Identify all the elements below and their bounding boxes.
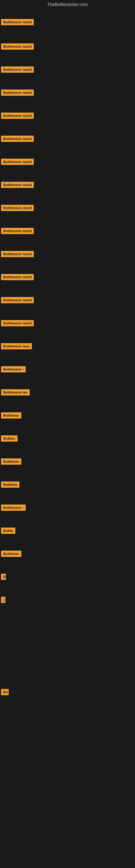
bottleneck-item: Bo: [0, 687, 135, 698]
bottleneck-item: Bottlene: [0, 480, 135, 490]
bottleneck-item: Bottleneck result: [0, 18, 135, 28]
bottleneck-item: Bottlenec: [0, 411, 135, 421]
bottleneck-badge[interactable]: Bottle: [1, 528, 15, 534]
bottleneck-item: Bottleneck result: [0, 318, 135, 329]
bottleneck-badge[interactable]: Bottleneck result: [1, 66, 34, 73]
bottleneck-item: Bottleneck result: [0, 249, 135, 260]
bottleneck-badge[interactable]: Bottleneck result: [1, 43, 34, 50]
bottleneck-badge[interactable]: Bo: [1, 689, 9, 695]
site-title-bar: TheBottlenecker.com: [0, 0, 135, 9]
bottleneck-item: Bottleneck result: [0, 88, 135, 98]
bottleneck-item: Bottleneck r: [0, 503, 135, 514]
bottleneck-badge[interactable]: Bottleneck result: [1, 274, 34, 280]
bottleneck-badge[interactable]: B: [1, 574, 6, 580]
bottleneck-item: Bottlenec: [0, 549, 135, 560]
bottleneck-item: Bottleneck result: [0, 157, 135, 167]
bottleneck-badge[interactable]: Bottleneck r: [1, 366, 26, 372]
bottleneck-badge[interactable]: Bottlenec: [1, 551, 21, 557]
bottleneck-item: Bottle: [0, 526, 135, 536]
bottleneck-item: Bottleneck result: [0, 272, 135, 283]
bottleneck-badge[interactable]: Bottleneck result: [1, 159, 34, 165]
bottleneck-badge[interactable]: Bottleneck res: [1, 389, 30, 396]
bottleneck-item: Bottleneck res: [0, 388, 135, 398]
bottleneck-badge[interactable]: Bottleneck result: [1, 205, 34, 211]
bottleneck-item: Bottleneck resu: [0, 341, 135, 352]
bottleneck-item: Bottleneck result: [0, 65, 135, 75]
bottleneck-badge[interactable]: Bottleneck r: [1, 504, 26, 511]
bottleneck-badge[interactable]: Bottleneck result: [1, 19, 34, 25]
bottleneck-item: Bottleneck result: [0, 134, 135, 145]
bottleneck-item: Bottleneck result: [0, 296, 135, 306]
bottleneck-badge[interactable]: Bottleneck result: [1, 113, 34, 119]
bottleneck-badge[interactable]: Bottlenec: [1, 412, 21, 418]
bottleneck-item: Bottleneck result: [0, 42, 135, 52]
bottleneck-badge[interactable]: Bottlene: [1, 482, 19, 488]
bottleneck-item: Bottleneck result: [0, 111, 135, 122]
bottleneck-item: Bottlen: [0, 434, 135, 444]
bottleneck-item: Bottlenec: [0, 457, 135, 467]
bottleneck-badge[interactable]: Bottleneck result: [1, 135, 34, 142]
bottleneck-badge[interactable]: Bottleneck result: [1, 320, 34, 326]
bottleneck-badge[interactable]: Bottleneck result: [1, 297, 34, 303]
bottleneck-item: |: [0, 595, 135, 606]
bottleneck-badge[interactable]: Bottleneck result: [1, 251, 34, 257]
bottleneck-item: B: [0, 572, 135, 583]
bottleneck-badge[interactable]: Bottleneck result: [1, 90, 34, 96]
bottleneck-item: Bottleneck result: [0, 226, 135, 237]
bottleneck-badge[interactable]: Bottleneck result: [1, 182, 34, 188]
bottleneck-item: Bottleneck result: [0, 203, 135, 214]
bottleneck-badge[interactable]: Bottlen: [1, 435, 17, 442]
bottleneck-badge[interactable]: Bottlenec: [1, 458, 21, 465]
bottleneck-badge[interactable]: |: [1, 597, 5, 603]
bottleneck-badge[interactable]: Bottleneck resu: [1, 343, 32, 349]
bottleneck-item: Bottleneck result: [0, 180, 135, 191]
bottleneck-badge[interactable]: Bottleneck result: [1, 228, 34, 234]
site-title: TheBottlenecker.com: [47, 2, 88, 7]
bottleneck-item: Bottleneck r: [0, 365, 135, 375]
